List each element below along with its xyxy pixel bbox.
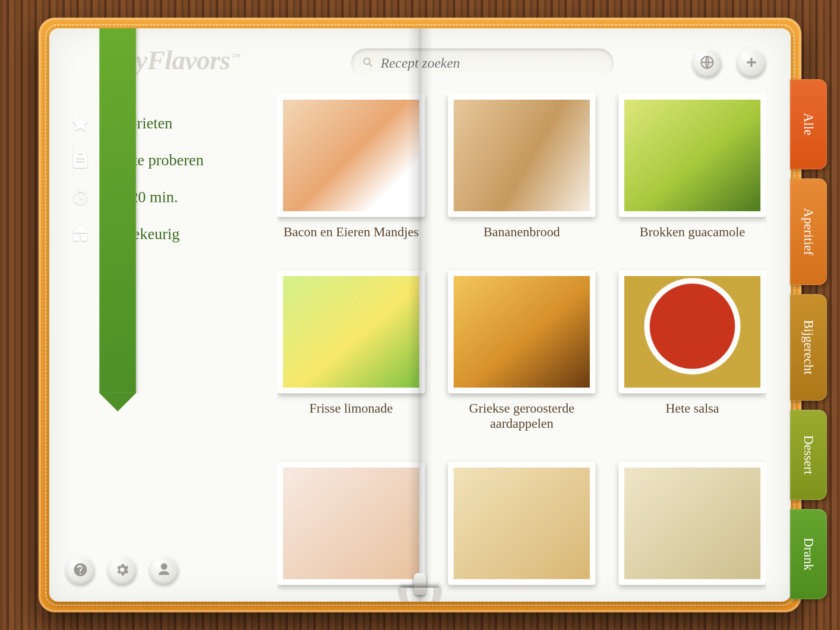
sidebar-item-tot-20-min[interactable]: Tot 20 min. xyxy=(70,178,249,215)
bottom-toolbar xyxy=(66,556,179,585)
recipe-photo xyxy=(277,94,425,217)
recipe-card[interactable]: Griekse geroosterde aardappelen xyxy=(448,270,596,432)
recipe-title: Griekse geroosterde aardappelen xyxy=(448,401,596,431)
tab-label: Drank xyxy=(801,538,816,571)
gift-icon xyxy=(70,223,91,244)
tab-dessert[interactable]: Dessert xyxy=(790,410,827,500)
help-icon xyxy=(73,562,88,579)
tab-bijgerecht[interactable]: Bijgerecht xyxy=(790,294,827,401)
tab-label: Aperitief xyxy=(801,208,816,256)
gear-icon xyxy=(114,562,130,579)
search-field[interactable] xyxy=(351,48,614,78)
recipe-title: Bacon en Eieren Mandjes xyxy=(277,224,425,240)
plus-icon xyxy=(744,55,759,72)
sidebar-item-favorieten[interactable]: Favorieten xyxy=(70,105,249,142)
recipe-card[interactable]: Hete salsa xyxy=(619,270,766,432)
recipe-card[interactable]: Bananenbrood xyxy=(448,94,596,241)
topbar xyxy=(277,45,766,82)
timer-icon xyxy=(70,186,91,208)
settings-button[interactable] xyxy=(107,556,137,585)
recipe-photo xyxy=(448,270,596,393)
tab-label: Dessert xyxy=(801,435,816,475)
recipe-title: Bananenbrood xyxy=(448,224,596,240)
book-pages: myFlavors™ Favorieten Om te proberen xyxy=(49,28,791,602)
tab-aperitief[interactable]: Aperitief xyxy=(790,178,827,285)
language-button[interactable] xyxy=(692,48,722,78)
svg-line-2 xyxy=(369,64,372,66)
svg-point-1 xyxy=(364,58,370,64)
recipe-title: Brokken guacamole xyxy=(619,224,766,240)
recipe-photo xyxy=(619,462,766,585)
recipe-photo xyxy=(619,270,766,393)
left-panel: myFlavors™ Favorieten Om te proberen xyxy=(49,28,261,602)
user-icon xyxy=(156,562,172,579)
search-input[interactable] xyxy=(381,55,603,71)
sidebar-item-willekeurig[interactable]: Willekeurig xyxy=(70,215,249,252)
recipe-card[interactable] xyxy=(448,462,596,593)
globe-icon xyxy=(699,55,715,72)
help-button[interactable] xyxy=(66,556,95,585)
tab-label: Alle xyxy=(801,113,816,135)
recipe-card[interactable]: Brokken guacamole xyxy=(619,94,766,241)
sidebar-nav: Favorieten Om te proberen Tot 20 min. xyxy=(70,105,249,252)
sidebar-item-om-te-proberen[interactable]: Om te proberen xyxy=(70,142,249,178)
add-button[interactable] xyxy=(737,48,766,78)
recipe-card[interactable]: Bacon en Eieren Mandjes xyxy=(277,94,425,241)
binder-ring xyxy=(395,573,445,602)
logo-tm: ™ xyxy=(232,52,240,62)
recipe-book: Alle Aperitief Bijgerecht Dessert Drank … xyxy=(39,18,801,612)
clipboard-icon xyxy=(70,149,91,171)
recipe-title: Frisse limonade xyxy=(277,401,425,416)
search-icon xyxy=(362,56,374,70)
tab-label: Bijgerecht xyxy=(801,320,816,374)
recipe-photo xyxy=(448,94,596,217)
tab-alle[interactable]: Alle xyxy=(790,79,827,169)
recipe-photo xyxy=(277,462,425,585)
recipe-title: Hete salsa xyxy=(619,401,766,416)
recipe-photo xyxy=(277,270,425,393)
recipe-photo xyxy=(448,462,596,585)
recipe-photo xyxy=(619,94,766,217)
star-icon xyxy=(70,112,91,134)
main-panel: Bacon en Eieren Mandjes Bananenbrood Bro… xyxy=(261,28,791,602)
category-tabs: Alle Aperitief Bijgerecht Dessert Drank xyxy=(790,79,827,599)
recipe-card[interactable]: Frisse limonade xyxy=(277,270,425,432)
recipe-card[interactable] xyxy=(619,462,766,593)
recipe-grid[interactable]: Bacon en Eieren Mandjes Bananenbrood Bro… xyxy=(277,94,766,593)
profile-button[interactable] xyxy=(149,556,179,585)
tab-drank[interactable]: Drank xyxy=(790,509,827,599)
bookmark-ribbon xyxy=(99,28,136,393)
